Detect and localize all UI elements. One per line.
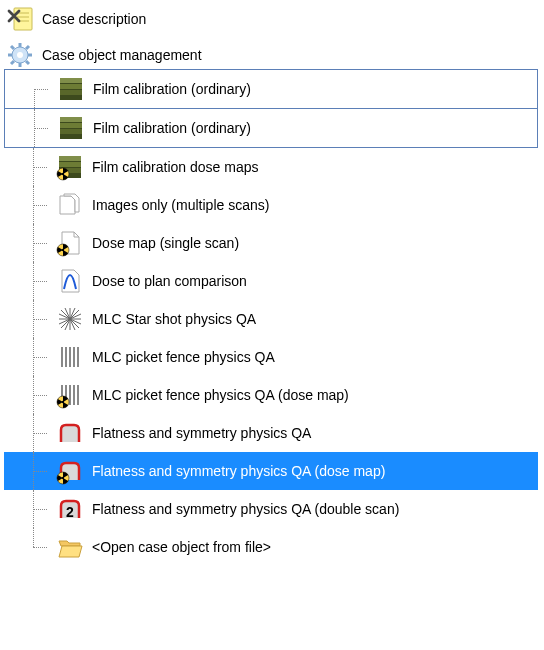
pages-icon [54, 189, 86, 221]
item-dose-to-plan[interactable]: Dose to plan comparison [4, 262, 538, 300]
flatness-trefoil-icon [54, 455, 86, 487]
item-label: Dose to plan comparison [86, 273, 247, 289]
film-icon [55, 112, 87, 144]
item-flatness-symmetry[interactable]: Flatness and symmetry physics QA [4, 414, 538, 452]
item-film-calibration-ordinary[interactable]: Film calibration (ordinary) [4, 69, 538, 109]
root-case-description[interactable]: Case description [4, 4, 538, 34]
flatness-2-icon: 2 [54, 493, 86, 525]
note-x-icon [4, 3, 36, 35]
root-label: Case object management [36, 47, 202, 63]
film-icon [55, 73, 87, 105]
gear-icon [4, 39, 36, 71]
tree: Case description Case object management … [0, 0, 544, 570]
item-flatness-symmetry-dose[interactable]: Flatness and symmetry physics QA (dose m… [4, 452, 538, 490]
item-label: Flatness and symmetry physics QA (dose m… [86, 463, 385, 479]
starburst-icon [54, 303, 86, 335]
item-label: Film calibration (ordinary) [87, 81, 251, 97]
item-mlc-picket-fence[interactable]: MLC picket fence physics QA [4, 338, 538, 376]
item-label: <Open case object from file> [86, 539, 271, 555]
page-trefoil-icon [54, 227, 86, 259]
item-flatness-symmetry-double[interactable]: 2 Flatness and symmetry physics QA (doub… [4, 490, 538, 528]
item-mlc-picket-fence-dose[interactable]: MLC picket fence physics QA (dose map) [4, 376, 538, 414]
item-label: Film calibration dose maps [86, 159, 259, 175]
root-case-object-management[interactable]: Case object management [4, 40, 538, 70]
root-label: Case description [36, 11, 146, 27]
item-label: Dose map (single scan) [86, 235, 239, 251]
item-label: Film calibration (ordinary) [87, 120, 251, 136]
picket-trefoil-icon [54, 379, 86, 411]
item-label: MLC picket fence physics QA (dose map) [86, 387, 349, 403]
plan-compare-icon [54, 265, 86, 297]
item-open-case-object[interactable]: <Open case object from file> [4, 528, 538, 566]
item-label: Flatness and symmetry physics QA (double… [86, 501, 399, 517]
picket-icon [54, 341, 86, 373]
item-mlc-star-shot[interactable]: MLC Star shot physics QA [4, 300, 538, 338]
item-label: MLC picket fence physics QA [86, 349, 275, 365]
film-trefoil-icon [54, 151, 86, 183]
item-label: MLC Star shot physics QA [86, 311, 256, 327]
item-dose-map[interactable]: Dose map (single scan) [4, 224, 538, 262]
item-label: Images only (multiple scans) [86, 197, 269, 213]
item-film-calibration-ordinary-2[interactable]: Film calibration (ordinary) [4, 108, 538, 148]
flatness-icon [54, 417, 86, 449]
item-film-calibration-dose-maps[interactable]: Film calibration dose maps [4, 148, 538, 186]
item-label: Flatness and symmetry physics QA [86, 425, 311, 441]
folder-open-icon [54, 531, 86, 563]
item-images-only[interactable]: Images only (multiple scans) [4, 186, 538, 224]
svg-text:2: 2 [66, 504, 74, 520]
